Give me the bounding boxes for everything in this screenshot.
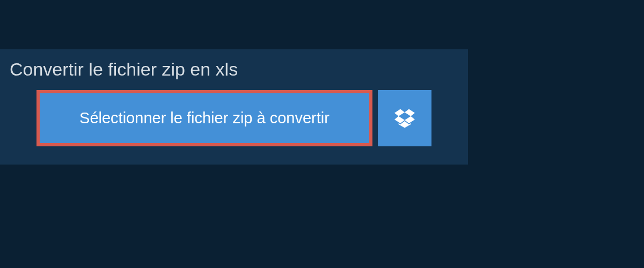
select-file-label: Sélectionner le fichier zip à convertir	[79, 109, 330, 127]
dropbox-icon	[394, 109, 415, 128]
select-file-button[interactable]: Sélectionner le fichier zip à convertir	[36, 90, 372, 146]
title-tab: Convertir le fichier zip en xls	[0, 49, 254, 90]
dropbox-button[interactable]	[378, 90, 431, 146]
page-title: Convertir le fichier zip en xls	[10, 59, 238, 80]
button-row: Sélectionner le fichier zip à convertir	[18, 90, 450, 146]
converter-widget: Convertir le fichier zip en xls Sélectio…	[0, 49, 644, 165]
